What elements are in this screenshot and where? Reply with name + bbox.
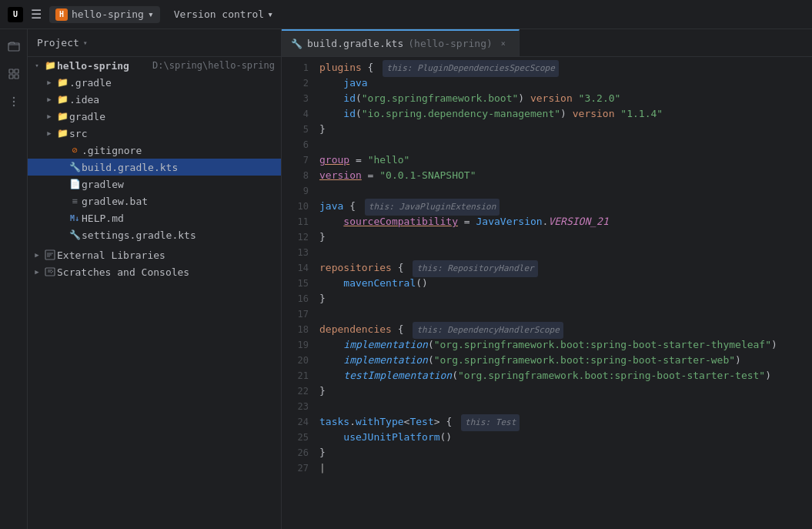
gradle-dir-label: .gradle (69, 77, 281, 89)
chevron-right-icon: ▶ (31, 251, 43, 259)
tree-item-gitignore[interactable]: ⊘ .gitignore (28, 142, 281, 159)
tree-item-root[interactable]: ▾ 📁 hello-spring D:\spring\hello-spring (28, 57, 281, 74)
external-libs-label: External Libraries (57, 249, 281, 261)
tab-filename: build.gradle.kts (307, 38, 403, 49)
tab-close-button[interactable]: × (497, 38, 510, 50)
editor-area: 🔧 build.gradle.kts (hello-spring) × 1 2 … (282, 29, 812, 529)
main-layout: Project ▾ ▾ 📁 hello-spring D:\spring\hel… (0, 29, 812, 529)
folder-icon: 📁 (55, 128, 69, 139)
external-libs-icon (43, 249, 57, 261)
code-line-26: } (316, 445, 812, 460)
project-badge-letter: H (55, 8, 68, 21)
folder-tool-button[interactable] (3, 35, 25, 57)
gradle-settings-icon: 🔧 (68, 229, 82, 240)
code-line-17 (316, 306, 812, 322)
scratches-icon (43, 266, 57, 278)
chevron-right-icon: ▶ (43, 79, 55, 86)
svg-point-7 (12, 105, 14, 106)
code-line-4: id("io.spring.dependency-management") ve… (316, 106, 812, 122)
folder-icon: 📁 (55, 111, 69, 122)
project-panel-header: Project ▾ (28, 29, 281, 57)
exec-file-icon: 📄 (68, 179, 82, 189)
code-line-13 (316, 245, 812, 260)
folder-icon: 📁 (55, 77, 69, 88)
tree-item-settings-gradle[interactable]: 🔧 settings.gradle.kts (28, 226, 281, 243)
code-line-2: java (316, 75, 812, 91)
svg-rect-4 (15, 75, 18, 79)
root-path: D:\spring\hello-spring (152, 60, 281, 71)
code-line-18: dependencies { this: DependencyHandlerSc… (316, 322, 812, 337)
plugins-tool-button[interactable] (3, 63, 25, 85)
folder-icon: 📁 (43, 60, 57, 71)
svg-point-6 (12, 101, 14, 102)
code-editor[interactable]: 1 2 3 4 5 6 7 8 9 10 11 12 13 14 15 16 1… (282, 57, 812, 529)
code-content[interactable]: plugins { this: PluginDependenciesSpecSc… (316, 57, 812, 529)
tree-item-gradlew-bat[interactable]: ≡ gradlew.bat (28, 193, 281, 209)
build-gradle-label: build.gradle.kts (82, 162, 281, 173)
project-panel-title: Project (37, 37, 79, 49)
tree-item-scratches[interactable]: ▶ Scratches and Consoles (28, 263, 281, 280)
scratches-label: Scratches and Consoles (57, 266, 281, 278)
code-line-6 (316, 137, 812, 152)
tree-item-gradle-sub[interactable]: ▶ 📁 gradle (28, 108, 281, 125)
code-line-5: } (316, 122, 812, 137)
chevron-right-icon: ▶ (43, 129, 55, 137)
project-name-label: hello-spring (72, 8, 144, 20)
code-line-19: implementation("org.springframework.boot… (316, 337, 812, 353)
tab-file-icon: 🔧 (291, 39, 302, 49)
hamburger-menu[interactable]: ☰ (31, 7, 42, 22)
more-tools-button[interactable] (3, 91, 25, 112)
tree-item-build-gradle[interactable]: 🔧 build.gradle.kts (28, 159, 281, 176)
project-panel-chevron: ▾ (83, 39, 88, 47)
code-line-8: version = "0.0.1-SNAPSHOT" (316, 168, 812, 183)
tree-item-gradle-dir[interactable]: ▶ 📁 .gradle (28, 74, 281, 91)
settings-gradle-label: settings.gradle.kts (82, 229, 281, 241)
version-control-arrow: ▾ (267, 8, 273, 20)
code-line-25: useJUnitPlatform() (316, 430, 812, 445)
gradle-sub-label: gradle (69, 111, 281, 122)
gradle-file-icon: 🔧 (68, 162, 82, 172)
src-label: src (69, 128, 281, 139)
code-line-9 (316, 183, 812, 199)
project-panel: Project ▾ ▾ 📁 hello-spring D:\spring\hel… (28, 29, 282, 529)
gradlew-bat-label: gradlew.bat (82, 196, 281, 207)
git-file-icon: ⊘ (68, 145, 82, 156)
gradlew-label: gradlew (82, 179, 281, 190)
tree-item-src[interactable]: ▶ 📁 src (28, 125, 281, 142)
tree-item-external-libs[interactable]: ▶ External Libraries (28, 246, 281, 263)
sidebar-icon-rail (0, 29, 28, 529)
version-control-button[interactable]: Version control ▾ (168, 6, 279, 22)
svg-rect-1 (9, 69, 13, 73)
code-line-23 (316, 399, 812, 414)
chevron-down-icon: ▾ (31, 62, 43, 69)
tree-item-idea-dir[interactable]: ▶ 📁 .idea (28, 91, 281, 108)
code-line-16: } (316, 291, 812, 306)
svg-point-5 (12, 97, 14, 99)
code-line-7: group = "hello" (316, 152, 812, 168)
code-line-20: implementation("org.springframework.boot… (316, 353, 812, 368)
code-line-1: plugins { this: PluginDependenciesSpecSc… (316, 60, 812, 75)
root-label: hello-spring (57, 60, 152, 72)
code-line-11: sourceCompatibility = JavaVersion.VERSIO… (316, 214, 812, 229)
help-md-label: HELP.md (82, 213, 281, 224)
code-line-22: } (316, 383, 812, 399)
code-line-21: testImplementation("org.springframework.… (316, 368, 812, 383)
editor-tab-build-gradle[interactable]: 🔧 build.gradle.kts (hello-spring) × (282, 29, 520, 56)
line-numbers: 1 2 3 4 5 6 7 8 9 10 11 12 13 14 15 16 1… (282, 57, 316, 529)
version-control-label: Version control (174, 8, 264, 20)
svg-rect-2 (15, 69, 18, 73)
tree-item-help-md[interactable]: M↓ HELP.md (28, 209, 281, 226)
project-selector[interactable]: H hello-spring ▾ (49, 6, 160, 23)
tree-item-gradlew[interactable]: 📄 gradlew (28, 176, 281, 193)
code-line-15: mavenCentral() (316, 276, 812, 291)
project-tree: ▾ 📁 hello-spring D:\spring\hello-spring … (28, 57, 281, 529)
tab-bar: 🔧 build.gradle.kts (hello-spring) × (282, 29, 812, 57)
project-dropdown-arrow: ▾ (148, 8, 154, 20)
code-line-24: tasks.withType<Test> { this: Test (316, 414, 812, 430)
title-bar: U ☰ H hello-spring ▾ Version control ▾ (0, 0, 812, 29)
code-line-10: java { this: JavaPluginExtension (316, 199, 812, 214)
svg-rect-3 (9, 75, 13, 79)
chevron-right-icon: ▶ (31, 268, 43, 276)
app-icon: U (8, 7, 23, 22)
bat-file-icon: ≡ (68, 196, 82, 206)
